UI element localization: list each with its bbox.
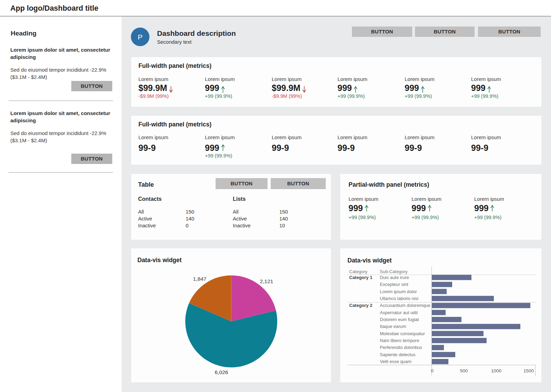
svg-text:Sapiente delectus: Sapiente delectus bbox=[380, 352, 416, 357]
svg-text:Category 2: Category 2 bbox=[349, 303, 372, 308]
svg-text:Duis aute irure: Duis aute irure bbox=[380, 275, 409, 280]
svg-text:Accusantium doloremque: Accusantium doloremque bbox=[380, 303, 430, 308]
svg-text:Category: Category bbox=[349, 269, 367, 274]
svg-text:1,847: 1,847 bbox=[193, 276, 207, 282]
svg-text:6,026: 6,026 bbox=[215, 369, 228, 375]
svg-text:0: 0 bbox=[431, 368, 434, 373]
svg-text:2,121: 2,121 bbox=[260, 278, 273, 284]
svg-text:Molestiae consequatur: Molestiae consequatur bbox=[380, 331, 425, 336]
svg-text:1000: 1000 bbox=[491, 368, 501, 373]
svg-text:Velit esse quam: Velit esse quam bbox=[380, 359, 412, 364]
svg-text:Sub-Category: Sub-Category bbox=[380, 269, 408, 274]
svg-text:Aspernatur aut odit: Aspernatur aut odit bbox=[380, 310, 418, 315]
svg-text:Dolorem eum fugiat: Dolorem eum fugiat bbox=[380, 317, 419, 322]
svg-text:Excepteur sint: Excepteur sint bbox=[380, 282, 408, 287]
svg-text:Itaque earum: Itaque earum bbox=[380, 324, 406, 329]
svg-text:Perferendis doloribus: Perferendis doloribus bbox=[380, 345, 422, 350]
svg-text:Nam libero tempore: Nam libero tempore bbox=[380, 338, 419, 343]
svg-text:Lorem ipsum dolor: Lorem ipsum dolor bbox=[380, 289, 417, 294]
svg-text:Category 1: Category 1 bbox=[349, 275, 372, 280]
svg-text:1500: 1500 bbox=[523, 368, 534, 373]
svg-text:Ullamco laboris nisi: Ullamco laboris nisi bbox=[380, 296, 418, 301]
svg-text:500: 500 bbox=[460, 368, 468, 373]
